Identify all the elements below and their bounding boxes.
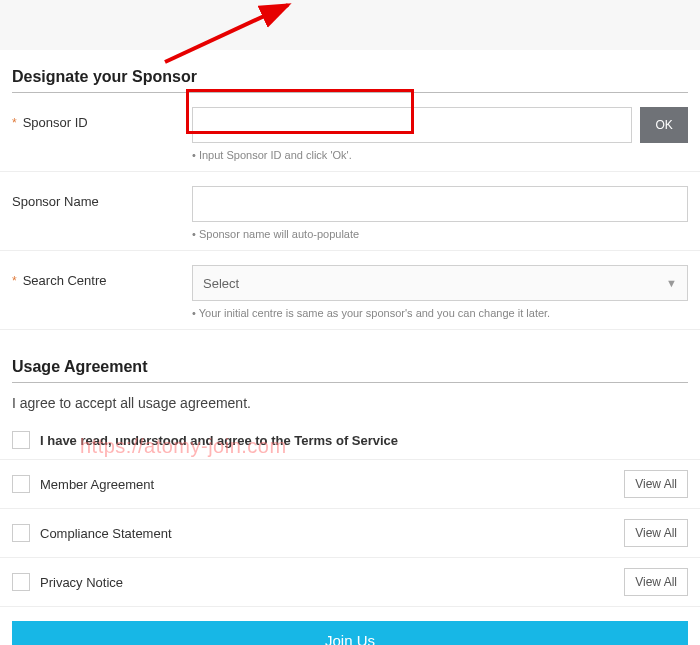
ok-button[interactable]: OK xyxy=(640,107,688,143)
label-sponsor-id: * Sponsor ID xyxy=(12,107,182,130)
required-marker: * xyxy=(12,274,17,288)
section-title-agreement: Usage Agreement xyxy=(12,358,688,383)
chevron-down-icon: ▼ xyxy=(666,277,677,289)
checkbox-master[interactable] xyxy=(12,431,30,449)
arrow-annotation xyxy=(150,0,310,73)
checkbox-member-agreement[interactable] xyxy=(12,475,30,493)
agree-label-2: Privacy Notice xyxy=(40,575,123,590)
view-all-button-1[interactable]: View All xyxy=(624,519,688,547)
hint-sponsor-name: Sponsor name will auto-populate xyxy=(192,228,688,240)
row-search-centre: * Search Centre Select ▼ Your initial ce… xyxy=(0,251,700,330)
agree-row-0: Member Agreement View All xyxy=(0,460,700,509)
label-sponsor-name: Sponsor Name xyxy=(12,186,182,209)
sponsor-id-input[interactable] xyxy=(192,107,632,143)
checkbox-privacy[interactable] xyxy=(12,573,30,591)
agreement-intro: I agree to accept all usage agreement. xyxy=(12,395,688,411)
top-band xyxy=(0,0,700,50)
agree-label-0: Member Agreement xyxy=(40,477,154,492)
agree-label-1: Compliance Statement xyxy=(40,526,172,541)
row-sponsor-id: * Sponsor ID OK Input Sponsor ID and cli… xyxy=(0,93,700,172)
label-search-centre: * Search Centre xyxy=(12,265,182,288)
section-title-sponsor: Designate your Sponsor xyxy=(12,68,688,93)
select-value: Select xyxy=(203,276,239,291)
checkbox-compliance[interactable] xyxy=(12,524,30,542)
agree-row-2: Privacy Notice View All xyxy=(0,558,700,607)
view-all-button-2[interactable]: View All xyxy=(624,568,688,596)
view-all-button-0[interactable]: View All xyxy=(624,470,688,498)
agree-row-1: Compliance Statement View All xyxy=(0,509,700,558)
svg-line-0 xyxy=(165,5,288,62)
sponsor-name-input[interactable] xyxy=(192,186,688,222)
master-agree-row: I have read, understood and agree to the… xyxy=(0,421,700,460)
search-centre-select[interactable]: Select ▼ xyxy=(192,265,688,301)
hint-sponsor-id: Input Sponsor ID and click 'Ok'. xyxy=(192,149,688,161)
join-us-button[interactable]: Join Us xyxy=(12,621,688,645)
master-agree-label: I have read, understood and agree to the… xyxy=(40,433,398,448)
row-sponsor-name: Sponsor Name Sponsor name will auto-popu… xyxy=(0,172,700,251)
hint-search-centre: Your initial centre is same as your spon… xyxy=(192,307,688,319)
required-marker: * xyxy=(12,116,17,130)
